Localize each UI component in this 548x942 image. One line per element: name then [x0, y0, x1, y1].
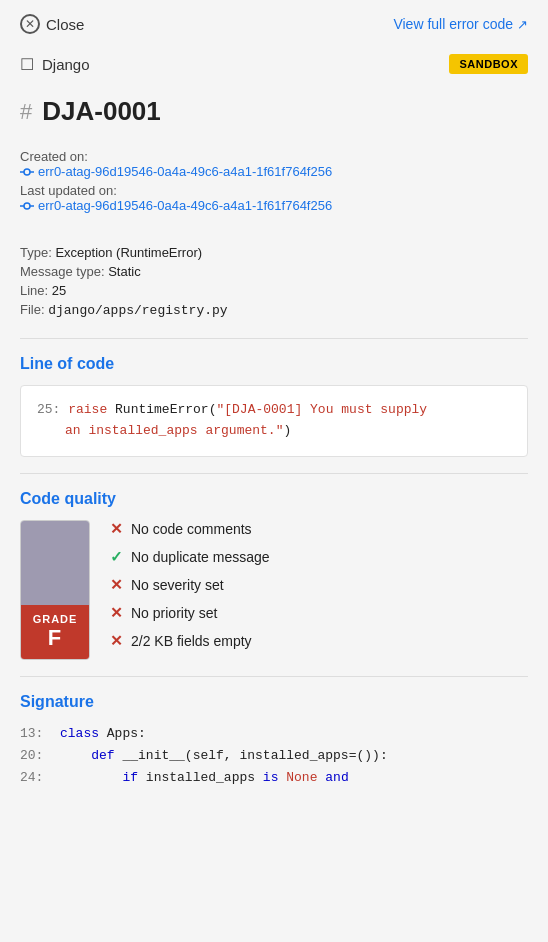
close-label: Close	[46, 16, 84, 33]
sig-line-1: 13: class Apps:	[20, 723, 528, 745]
updated-row: Last updated on: err0-atag-96d19546-0a4a…	[20, 183, 528, 213]
quality-item-1: ✕ No code comments	[110, 520, 528, 538]
signature-title: Signature	[20, 693, 528, 711]
line-label: Line:	[20, 283, 48, 298]
project-name-wrap: ☐ Django	[20, 55, 90, 74]
line-of-code-section: Line of code 25: raise RuntimeError("[DJ…	[0, 339, 548, 473]
created-row: Created on: err0-atag-96d19546-0a4a-49c6…	[20, 149, 528, 179]
updated-hash: err0-atag-96d19546-0a4a-49c6-a4a1-1f61f7…	[38, 198, 332, 213]
code-quality-section: Code quality GRADE F ✕ No code comments …	[0, 474, 548, 676]
project-row: ☐ Django SANDBOX	[0, 48, 548, 86]
signature-code: 13: class Apps: 20: def __init__(self, i…	[20, 723, 528, 789]
grade-top	[21, 521, 89, 605]
sig-code-2: def __init__(self, installed_apps=()):	[60, 745, 388, 767]
grade-box: GRADE F	[20, 520, 90, 660]
code-block: 25: raise RuntimeError("[DJA-0001] You m…	[20, 385, 528, 457]
page-container: ✕ Close View full error code ↗ ☐ Django …	[0, 0, 548, 805]
sig-num-3: 24:	[20, 767, 60, 789]
details-section: Type: Exception (RuntimeError) Message t…	[0, 233, 548, 338]
sandbox-badge: SANDBOX	[449, 54, 528, 74]
x-icon-2: ✕	[110, 576, 123, 594]
updated-hash-link[interactable]: err0-atag-96d19546-0a4a-49c6-a4a1-1f61f7…	[20, 198, 528, 213]
quality-item-1-text: No code comments	[131, 521, 252, 537]
grade-wrap: GRADE F ✕ No code comments ✓ No duplicat…	[20, 520, 528, 660]
signature-section: Signature 13: class Apps: 20: def __init…	[0, 677, 548, 805]
line-of-code-title: Line of code	[20, 355, 528, 373]
project-name[interactable]: Django	[42, 56, 90, 73]
issue-id: DJA-0001	[42, 96, 161, 127]
quality-item-4-text: No priority set	[131, 605, 217, 621]
file-row: File: django/apps/registry.py	[20, 302, 528, 318]
issue-title-section: # DJA-0001	[0, 86, 548, 141]
view-full-link[interactable]: View full error code ↗	[393, 16, 528, 32]
meta-section: Created on: err0-atag-96d19546-0a4a-49c6…	[0, 141, 548, 233]
grade-letter: F	[25, 625, 85, 651]
file-label: File:	[20, 302, 45, 317]
message-type-value: Static	[108, 264, 141, 279]
folder-icon: ☐	[20, 55, 34, 74]
code-runtime-error: RuntimeError(	[115, 402, 216, 417]
type-value: Exception (RuntimeError)	[55, 245, 202, 260]
type-label: Type:	[20, 245, 52, 260]
issue-title: # DJA-0001	[20, 96, 528, 127]
quality-item-4: ✕ No priority set	[110, 604, 528, 622]
quality-item-3-text: No severity set	[131, 577, 224, 593]
code-keyword-raise: raise	[68, 402, 115, 417]
quality-list: ✕ No code comments ✓ No duplicate messag…	[110, 520, 528, 660]
line-value: 25	[52, 283, 66, 298]
message-type-row: Message type: Static	[20, 264, 528, 279]
commit-icon	[20, 165, 34, 179]
code-string: "[DJA-0001] You must supply	[216, 402, 427, 417]
close-button[interactable]: ✕ Close	[20, 14, 84, 34]
created-label: Created on:	[20, 149, 88, 164]
external-link-icon: ↗	[517, 17, 528, 32]
sig-num-1: 13:	[20, 723, 60, 745]
quality-item-2: ✓ No duplicate message	[110, 548, 528, 566]
check-icon-1: ✓	[110, 548, 123, 566]
commit-icon-2	[20, 199, 34, 213]
code-line-num: 25:	[37, 402, 68, 417]
sig-code-1: class Apps:	[60, 723, 146, 745]
sig-code-3: if installed_apps is None and	[60, 767, 349, 789]
hash-icon: #	[20, 99, 32, 125]
x-icon-4: ✕	[110, 632, 123, 650]
grade-bottom: GRADE F	[21, 605, 89, 659]
created-hash: err0-atag-96d19546-0a4a-49c6-a4a1-1f61f7…	[38, 164, 332, 179]
code-string-cont: an installed_apps argument.")	[37, 423, 291, 438]
svg-point-3	[24, 203, 30, 209]
quality-item-5-text: 2/2 KB fields empty	[131, 633, 252, 649]
x-icon-1: ✕	[110, 520, 123, 538]
sig-line-2: 20: def __init__(self, installed_apps=()…	[20, 745, 528, 767]
quality-item-2-text: No duplicate message	[131, 549, 270, 565]
quality-item-3: ✕ No severity set	[110, 576, 528, 594]
sig-line-3: 24: if installed_apps is None and	[20, 767, 528, 789]
created-hash-link[interactable]: err0-atag-96d19546-0a4a-49c6-a4a1-1f61f7…	[20, 164, 528, 179]
message-type-label: Message type:	[20, 264, 105, 279]
type-row: Type: Exception (RuntimeError)	[20, 245, 528, 260]
quality-item-5: ✕ 2/2 KB fields empty	[110, 632, 528, 650]
line-row: Line: 25	[20, 283, 528, 298]
file-value: django/apps/registry.py	[48, 303, 227, 318]
header: ✕ Close View full error code ↗	[0, 0, 548, 48]
grade-label: GRADE	[25, 613, 85, 625]
close-icon: ✕	[20, 14, 40, 34]
code-quality-title: Code quality	[20, 490, 528, 508]
view-full-label: View full error code	[393, 16, 513, 32]
sig-num-2: 20:	[20, 745, 60, 767]
x-icon-3: ✕	[110, 604, 123, 622]
svg-point-0	[24, 169, 30, 175]
updated-label: Last updated on:	[20, 183, 117, 198]
